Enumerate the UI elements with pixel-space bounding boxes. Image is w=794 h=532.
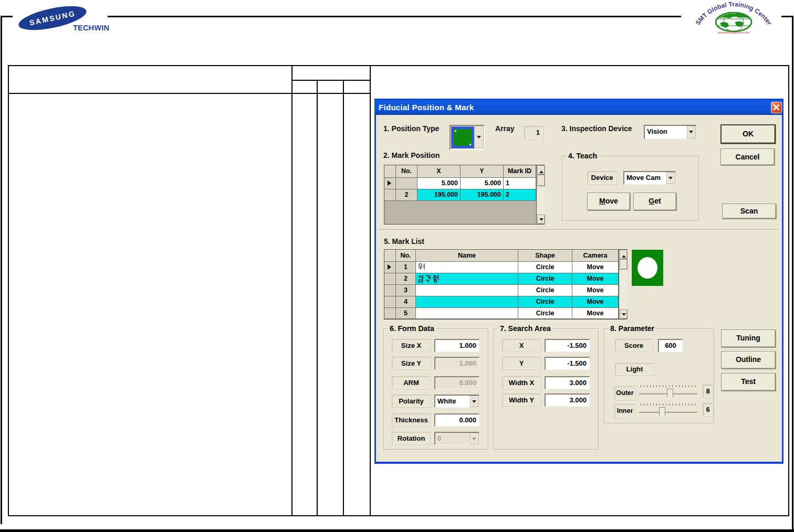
svg-text:www.samsungtechwin.com: www.samsungtechwin.com bbox=[718, 31, 749, 34]
svg-text:TECHWIN: TECHWIN bbox=[73, 24, 109, 32]
